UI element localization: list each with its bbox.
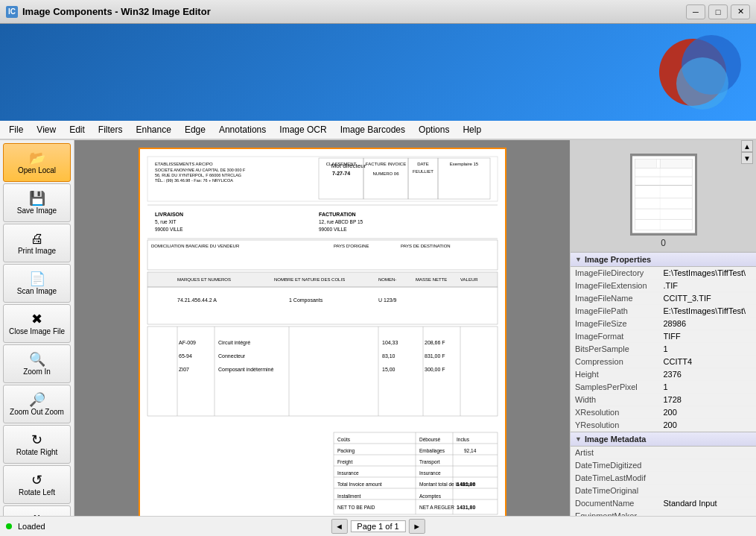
- property-row: ImageFilePathE:\TestImages\TiffTest\: [571, 305, 756, 318]
- svg-text:5, rue XIT: 5, rue XIT: [155, 219, 177, 224]
- window-controls: ─ □ ✕: [686, 4, 750, 19]
- svg-text:104,33: 104,33: [382, 340, 398, 345]
- scroll-up-button[interactable]: ▲: [741, 140, 753, 152]
- rotate-right-label: Rotate Right: [16, 448, 58, 456]
- svg-text:Connecteur: Connecteur: [218, 353, 246, 359]
- open-local-icon: 📂: [29, 151, 45, 165]
- svg-text:VALEUR: VALEUR: [460, 277, 478, 282]
- property-row: BitsPerSample1: [571, 343, 756, 356]
- property-key: Compression: [575, 357, 664, 366]
- svg-text:15,00: 15,00: [382, 367, 396, 372]
- image-properties-arrow: ▼: [575, 256, 582, 263]
- property-row: YResolution200: [571, 419, 756, 432]
- metadata-value: [664, 448, 752, 457]
- svg-text:7-27-74: 7-27-74: [331, 171, 349, 176]
- minimize-button[interactable]: ─: [686, 4, 705, 19]
- menu-bar: File View Edit Filters Enhance Edge Anno…: [0, 121, 756, 139]
- metadata-value: [664, 461, 752, 470]
- image-area[interactable]: Mot directeur ETABLISSEMENTS ARCIPO SOCI…: [74, 140, 570, 516]
- print-image-button[interactable]: 🖨 Print Image: [3, 224, 71, 262]
- menu-image-ocr[interactable]: Image OCR: [273, 122, 332, 137]
- scroll-down-button[interactable]: ▼: [741, 152, 753, 164]
- metadata-key: EquipmentMaker: [575, 511, 664, 516]
- metadata-value: [664, 473, 752, 482]
- thumbnail-area: ▲ ▼ 0: [571, 140, 756, 252]
- svg-text:MASSE NETTE: MASSE NETTE: [416, 277, 447, 282]
- next-page-button[interactable]: ►: [409, 519, 425, 534]
- property-key: XResolution: [575, 408, 664, 417]
- menu-options[interactable]: Options: [413, 122, 455, 137]
- property-key: ImageFilePath: [575, 306, 664, 315]
- zoom-in-button[interactable]: 🔍 Zoom In: [3, 344, 71, 383]
- metadata-row: DateTimeLastModif: [571, 472, 756, 485]
- rotate-left-button[interactable]: ↺ Rotate Left: [3, 465, 71, 504]
- menu-view[interactable]: View: [31, 122, 62, 137]
- prev-page-button[interactable]: ◄: [331, 519, 347, 534]
- menu-help[interactable]: Help: [457, 122, 487, 137]
- property-value: E:\TestImages\TiffTest\: [664, 268, 752, 277]
- metadata-row: DateTimeDigitized: [571, 459, 756, 472]
- scan-image-button[interactable]: 📄 Scan Image: [3, 264, 71, 303]
- svg-text:Installment: Installment: [337, 494, 361, 499]
- rotate-right-button[interactable]: ↻ Rotate Right: [3, 425, 71, 464]
- image-metadata-title: Image Metadata: [585, 435, 647, 444]
- property-value: 1728: [664, 395, 752, 404]
- svg-text:FACTURE INVOICE: FACTURE INVOICE: [365, 162, 405, 166]
- svg-text:U 123/9: U 123/9: [378, 297, 397, 303]
- zoom-out-button[interactable]: 🔎 Zoom Out Zoom: [3, 385, 71, 423]
- property-value: 1: [664, 382, 752, 391]
- menu-filters[interactable]: Filters: [92, 122, 129, 137]
- menu-file[interactable]: File: [3, 122, 29, 137]
- header-logo: [0, 24, 756, 121]
- app-title: Image Components - Win32 Image Editor: [22, 6, 211, 17]
- svg-text:1431,80: 1431,80: [457, 482, 475, 488]
- property-row: XResolution200: [571, 406, 756, 419]
- thumbnail-image: [630, 154, 697, 236]
- menu-annotations[interactable]: Annotations: [213, 122, 272, 137]
- svg-text:DATE: DATE: [417, 162, 429, 166]
- close-window-button[interactable]: ✕: [731, 4, 750, 19]
- property-value: 200: [664, 420, 752, 429]
- property-key: BitsPerSample: [575, 344, 664, 353]
- maximize-button[interactable]: □: [708, 4, 728, 19]
- svg-text:Circuit intégré: Circuit intégré: [218, 340, 250, 346]
- svg-text:99000 VILLE: 99000 VILLE: [155, 227, 183, 232]
- property-value: .TIF: [664, 281, 752, 290]
- main-layout: 📂 Open Local 💾 Save Image 🖨 Print Image …: [0, 139, 756, 516]
- flip-rotation-icon: ⇅: [31, 514, 42, 517]
- close-image-label: Close Image File: [9, 327, 65, 335]
- property-key: Width: [575, 395, 664, 404]
- property-value: 2376: [664, 370, 752, 379]
- menu-enhance[interactable]: Enhance: [130, 122, 177, 137]
- svg-text:Insurance: Insurance: [337, 470, 359, 476]
- status-indicator: [6, 523, 12, 529]
- rotate-left-icon: ↺: [31, 473, 42, 487]
- image-properties-rows: ImageFileDirectoryE:\TestImages\TiffTest…: [571, 267, 756, 432]
- svg-text:NOMBRE ET NATURE DES COLIS: NOMBRE ET NATURE DES COLIS: [274, 277, 345, 282]
- svg-text:PAYS DE DESTINATION: PAYS DE DESTINATION: [401, 244, 451, 248]
- property-row: ImageFileNameCCITT_3.TIF: [571, 292, 756, 305]
- svg-text:CLASSEMENT: CLASSEMENT: [325, 162, 356, 166]
- svg-text:Total Invoice amount: Total Invoice amount: [337, 482, 382, 487]
- image-metadata-header[interactable]: ▼ Image Metadata: [571, 432, 756, 447]
- menu-edit[interactable]: Edit: [63, 122, 91, 137]
- zoom-in-label: Zoom In: [23, 368, 51, 376]
- svg-text:1 Composants: 1 Composants: [289, 297, 323, 303]
- svg-text:1431,80: 1431,80: [457, 505, 475, 511]
- menu-edge[interactable]: Edge: [179, 122, 212, 137]
- svg-text:74.21.456.44.2 A: 74.21.456.44.2 A: [177, 297, 217, 303]
- property-key: ImageFormat: [575, 332, 664, 341]
- close-image-button[interactable]: ✖ Close Image File: [3, 304, 71, 343]
- save-image-button[interactable]: 💾 Save Image: [3, 183, 71, 222]
- flip-rotation-button[interactable]: ⇅ Flip Rotation: [3, 505, 71, 516]
- image-properties-header[interactable]: ▼ Image Properties: [571, 252, 756, 267]
- image-canvas: Mot directeur ETABLISSEMENTS ARCIPO SOCI…: [139, 148, 506, 516]
- svg-text:ZI07: ZI07: [179, 367, 189, 372]
- open-local-button[interactable]: 📂 Open Local: [3, 143, 71, 182]
- metadata-value: Standard Input: [664, 499, 752, 508]
- menu-image-barcodes[interactable]: Image Barcodes: [334, 122, 411, 137]
- close-image-icon: ✖: [31, 312, 42, 326]
- svg-text:92,14: 92,14: [464, 448, 477, 453]
- property-key: ImageFileDirectory: [575, 268, 664, 277]
- scroll-arrows: ▲ ▼: [741, 140, 753, 164]
